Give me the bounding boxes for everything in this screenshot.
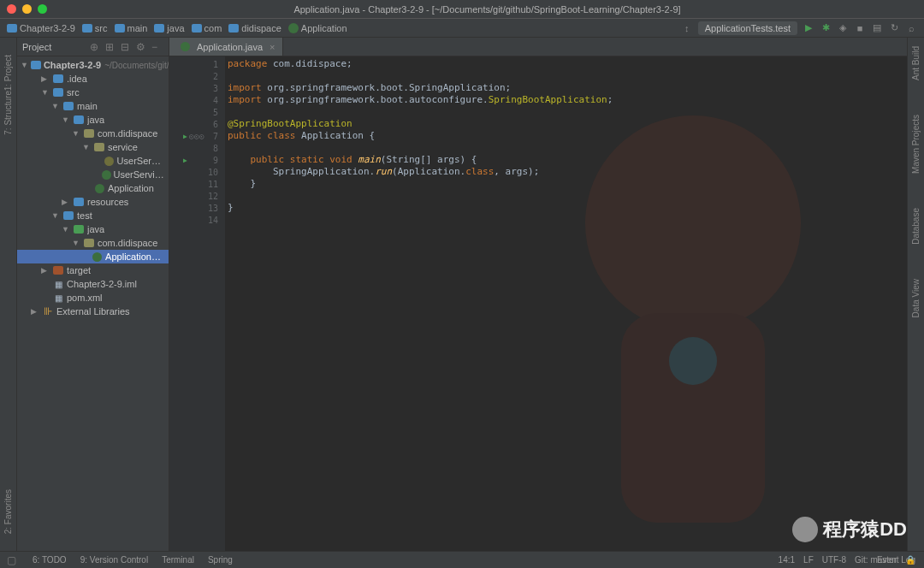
project-panel-header: Project ⊕ ⊞ ⊟ ⚙ −	[17, 38, 169, 56]
close-tab-icon[interactable]: ×	[270, 42, 275, 52]
gutter-line[interactable]: 14	[169, 214, 225, 226]
folder-icon	[82, 24, 92, 33]
scroll-from-source-icon[interactable]: ⊕	[90, 41, 102, 53]
breadcrumb-item[interactable]: src	[82, 23, 108, 33]
collapse-all-icon[interactable]: ⊟	[121, 41, 133, 53]
gutter-line[interactable]: 8	[169, 142, 225, 154]
tree-node[interactable]: Application	[17, 181, 169, 195]
rail-button[interactable]: 7: Structure	[3, 91, 13, 135]
project-tree[interactable]: ▼Chapter3-2-9~/Documents/git/githu▶.idea…	[17, 56, 169, 320]
run-marker-icon[interactable]: ▶	[183, 133, 187, 140]
stop-icon[interactable]: ■	[854, 22, 866, 34]
gutter-line[interactable]: ▶⊙⊙⊙7	[169, 130, 225, 142]
tree-node[interactable]: ▼service	[17, 140, 169, 154]
close-icon[interactable]	[7, 4, 16, 14]
tree-node[interactable]: ▼test	[17, 209, 169, 222]
lock-icon[interactable]: 🔒	[905, 555, 915, 565]
tree-node[interactable]: ▼src	[17, 86, 169, 99]
rail-button[interactable]: Ant Build	[911, 46, 921, 80]
code-content[interactable]: package com.didispace;import org.springf…	[225, 56, 907, 551]
debug-icon[interactable]: ✱	[820, 22, 832, 34]
tree-node[interactable]: ▼com.didispace	[17, 236, 169, 250]
gutter-line[interactable]: 3	[169, 82, 225, 94]
breadcrumb-item[interactable]: Application	[288, 23, 347, 33]
tree-node[interactable]: ▼com.didispace	[17, 127, 169, 140]
tree-node[interactable]: ApplicationTests	[17, 250, 169, 263]
bottom-tool-button[interactable]: Spring	[208, 555, 233, 565]
folder-test-icon	[74, 225, 84, 234]
tree-node[interactable]: ▼java	[17, 113, 169, 127]
breadcrumb[interactable]: Chapter3-2-9srcmainjavacomdidispaceAppli…	[7, 23, 347, 33]
gutter-line[interactable]: 13	[169, 202, 225, 214]
tree-node[interactable]: ▶resources	[17, 195, 169, 209]
tree-node[interactable]: UserService	[17, 154, 169, 168]
line-separator[interactable]: LF	[803, 555, 814, 565]
breadcrumb-item[interactable]: didispace	[228, 23, 281, 33]
tree-node[interactable]: ▶⊪External Libraries	[17, 305, 169, 318]
encoding[interactable]: UTF-8	[822, 555, 846, 565]
layout-icon[interactable]: ▤	[871, 22, 883, 34]
git-branch[interactable]: Git: master	[855, 555, 897, 565]
folder-icon	[53, 88, 63, 97]
gutter-line[interactable]: 10	[169, 166, 225, 178]
gutter-line[interactable]: 1	[169, 58, 225, 70]
hide-icon[interactable]: −	[151, 41, 163, 53]
tree-node[interactable]: ▶target	[17, 263, 169, 277]
gutter-line[interactable]: 12	[169, 190, 225, 202]
tree-node[interactable]: ▦pom.xml	[17, 291, 169, 305]
folder-icon	[74, 115, 84, 124]
messages-icon[interactable]: ▢	[7, 554, 19, 566]
class-icon	[102, 170, 111, 180]
breadcrumb-item[interactable]: java	[154, 23, 184, 33]
bottom-tool-button[interactable]: 6: TODO	[33, 555, 67, 565]
caret-position[interactable]: 14:1	[779, 555, 795, 565]
folder-icon	[7, 24, 17, 33]
run-config-selector[interactable]: ApplicationTests.test	[698, 21, 797, 35]
breadcrumb-item[interactable]: com	[192, 23, 222, 33]
gutter-line[interactable]: 4	[169, 94, 225, 106]
project-panel-title: Project	[22, 42, 51, 52]
breadcrumb-item[interactable]: Chapter3-2-9	[7, 23, 75, 33]
tree-node[interactable]: ▼main	[17, 99, 169, 113]
leftright-icon[interactable]: ↕	[681, 22, 693, 34]
window-controls	[7, 4, 47, 14]
gutter-line[interactable]: 6	[169, 118, 225, 130]
folder-icon	[63, 102, 74, 110]
breadcrumb-item[interactable]: main	[115, 23, 148, 33]
run-icon[interactable]: ▶	[803, 22, 814, 34]
gutter-line[interactable]: 5	[169, 106, 225, 118]
bottom-tool-button[interactable]: Terminal	[162, 555, 194, 565]
run-marker-icon[interactable]: ▶	[183, 157, 187, 164]
rail-button[interactable]: Database	[911, 208, 921, 245]
tree-node[interactable]: UserServiceImpl	[17, 168, 169, 181]
minimize-icon[interactable]	[22, 4, 32, 14]
editor-body[interactable]: 123456▶⊙⊙⊙78▶91011121314 package com.did…	[169, 56, 907, 551]
folder-icon	[228, 24, 239, 33]
editor-area: Application.java × 123456▶⊙⊙⊙78▶91011121…	[169, 38, 907, 551]
class-icon	[95, 184, 104, 193]
maximize-icon[interactable]	[38, 4, 47, 14]
gear-icon[interactable]: ⚙	[136, 41, 148, 53]
coverage-icon[interactable]: ◈	[837, 22, 849, 34]
rail-button[interactable]: Maven Projects	[911, 115, 921, 174]
gutter-line[interactable]: 2	[169, 70, 225, 82]
gutter[interactable]: 123456▶⊙⊙⊙78▶91011121314	[169, 56, 225, 551]
rail-button[interactable]: 2: Favorites	[3, 489, 13, 534]
window-title: Application.java - Chapter3-2-9 - [~/Doc…	[57, 4, 917, 15]
rail-button[interactable]: Data View	[911, 279, 921, 317]
tree-node[interactable]: ▶.idea	[17, 72, 169, 86]
expand-all-icon[interactable]: ⊞	[105, 41, 117, 53]
gutter-line[interactable]: 11	[169, 178, 225, 190]
sync-icon[interactable]: ↻	[888, 22, 900, 34]
editor-tab[interactable]: Application.java ×	[169, 38, 283, 56]
bottom-tool-button[interactable]: 9: Version Control	[80, 555, 149, 565]
search-icon[interactable]: ⌕	[905, 22, 917, 34]
file-icon: ▦	[55, 280, 62, 289]
tree-node[interactable]: ▦Chapter3-2-9.iml	[17, 277, 169, 291]
tree-root[interactable]: ▼Chapter3-2-9~/Documents/git/githu	[17, 58, 169, 72]
tree-node[interactable]: ▼java	[17, 222, 169, 236]
folder-icon	[53, 74, 63, 83]
package-icon	[84, 239, 94, 247]
rail-button[interactable]: 1: Project	[3, 55, 13, 91]
gutter-line[interactable]: ▶9	[169, 154, 225, 166]
